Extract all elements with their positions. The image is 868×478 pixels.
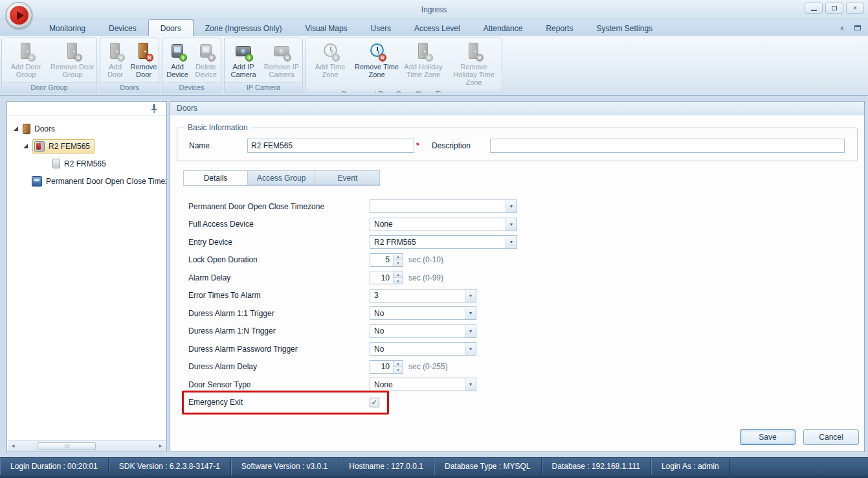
add-ip-camera-button[interactable]: + Add IP Camera	[225, 40, 262, 81]
expander-icon[interactable]	[14, 126, 18, 131]
expander-icon[interactable]	[23, 144, 28, 148]
spinner-down-icon[interactable]: ▼	[394, 367, 403, 373]
door-add-icon: +	[104, 41, 127, 62]
permanent-timezone-select[interactable]: ▼	[370, 199, 517, 213]
duress-1n-select[interactable]: No ▼	[370, 324, 476, 338]
save-button[interactable]: Save	[740, 429, 796, 445]
select-value: 3	[374, 291, 379, 300]
remove-time-zone-button[interactable]: × Remove Time Zone	[353, 40, 400, 81]
tab-monitoring[interactable]: Monitoring	[38, 21, 97, 36]
field-lock-open-duration: Lock Open Duration 5 ▲▼ sec (0-10)	[188, 251, 864, 269]
chevron-down-icon: ▼	[506, 236, 517, 248]
group-label-door-group: Door Group	[2, 82, 96, 93]
door-sensor-type-select[interactable]: None ▼	[370, 378, 476, 391]
mini-window-glyph	[854, 25, 861, 30]
tab-access-group[interactable]: Access Group	[248, 170, 315, 185]
spinner-up-icon[interactable]: ▲	[394, 361, 403, 367]
status-software-version: Software Version : v3.0.1	[231, 458, 339, 475]
scrollbar-thumb[interactable]	[38, 442, 96, 450]
full-access-device-select[interactable]: None ▼	[370, 218, 517, 231]
device-add-icon: +	[166, 41, 189, 62]
tree-node-r2-fem565[interactable]: R2 FEM565	[14, 137, 166, 155]
app-logo[interactable]	[6, 2, 32, 28]
lock-open-duration-stepper[interactable]: 5 ▲▼	[370, 253, 403, 267]
doors-tree: Doors R2 FEM565 R2 FRM565 Permanent Door…	[7, 116, 166, 190]
field-duress-alarm-1n-trigger: Duress Alarm 1:N Trigger No ▼	[188, 323, 864, 341]
collapse-ribbon-icon[interactable]: ∧	[837, 23, 847, 33]
chevron-down-icon: ▼	[465, 343, 476, 355]
tab-details[interactable]: Details	[183, 170, 248, 185]
field-duress-password-trigger: Duress Alarm Password Trigger No ▼	[188, 340, 864, 358]
group-label-doors: Doors	[100, 82, 159, 93]
tab-devices[interactable]: Devices	[97, 21, 148, 36]
status-hostname: Hostname : 127.0.0.1	[339, 458, 434, 475]
tree-horizontal-scrollbar[interactable]: ◄ ►	[8, 440, 166, 451]
tab-access-level[interactable]: Access Level	[403, 21, 472, 36]
spinner-down-icon[interactable]: ▼	[394, 278, 403, 284]
close-button[interactable]: ×	[846, 3, 864, 14]
field-door-sensor-type: Door Sensor Type None ▼	[188, 376, 864, 394]
field-label: Door Sensor Type	[188, 380, 370, 389]
field-label: Duress Alarm Delay	[188, 362, 370, 371]
door-remove-icon: ×	[132, 41, 155, 62]
title-bar: Ingress ×	[0, 0, 868, 19]
cancel-button[interactable]: Cancel	[803, 429, 859, 445]
field-label: Permanent Door Open Close Timezone	[188, 202, 370, 211]
scroll-left-icon[interactable]: ◄	[8, 442, 18, 451]
timezone-add-icon: +	[318, 41, 342, 62]
add-door-button: + Add Door	[101, 40, 129, 81]
tree-node-doors[interactable]: Doors	[14, 120, 166, 137]
tab-visual-maps[interactable]: Visual Maps	[293, 21, 359, 36]
add-device-button[interactable]: + Add Device	[163, 40, 192, 81]
emergency-exit-checkbox[interactable]: ✓	[370, 398, 379, 407]
entry-device-select[interactable]: R2 FRM565 ▼	[370, 235, 517, 249]
status-database-type: Database Type : MYSQL	[434, 458, 542, 475]
spinner-value: 5	[385, 255, 390, 264]
tree-node-r2-frm565[interactable]: R2 FRM565	[14, 155, 166, 172]
tab-reports[interactable]: Reports	[534, 21, 584, 36]
alarm-delay-stepper[interactable]: 10 ▲▼	[370, 271, 403, 284]
add-device-label: Add Device	[164, 63, 190, 78]
field-label: Lock Open Duration	[188, 255, 370, 264]
add-door-group-button: + Add Door Group	[3, 40, 49, 81]
minimize-button[interactable]	[805, 3, 823, 14]
status-login-duration: Login Duration : 00:20:01	[0, 458, 109, 475]
tab-zone[interactable]: Zone (Ingressus Only)	[194, 21, 294, 36]
tree-label: Permanent Door Open Close Timezo	[46, 177, 166, 186]
window-layout-icon[interactable]	[852, 23, 863, 33]
error-times-select[interactable]: 3 ▼	[370, 289, 476, 302]
delete-device-label: Delete Device	[193, 63, 219, 78]
camera-remove-icon: ×	[270, 41, 293, 62]
spinner-down-icon[interactable]: ▼	[394, 260, 403, 266]
tab-doors[interactable]: Doors	[148, 19, 194, 36]
tree-label: R2 FRM565	[64, 159, 106, 168]
tree-label: Doors	[34, 124, 55, 133]
duress-11-select[interactable]: No ▼	[370, 306, 476, 320]
duress-password-select[interactable]: No ▼	[370, 342, 476, 356]
tab-attendance[interactable]: Attendance	[472, 21, 535, 36]
remove-door-button[interactable]: × Remove Door	[129, 40, 158, 81]
add-ip-camera-label: Add IP Camera	[227, 63, 260, 78]
camera-add-icon: +	[232, 41, 255, 62]
duress-alarm-delay-stepper[interactable]: 10 ▲▼	[370, 360, 403, 374]
name-field[interactable]	[247, 139, 414, 153]
pin-icon[interactable]	[150, 104, 159, 114]
field-suffix: sec (0-99)	[408, 273, 443, 282]
field-permanent-timezone: Permanent Door Open Close Timezone ▼	[188, 198, 864, 216]
tree-panel-header	[7, 102, 166, 116]
status-login-as: Login As : admin	[651, 458, 730, 475]
description-field[interactable]	[490, 139, 845, 153]
maximize-button[interactable]	[825, 3, 843, 14]
tab-event[interactable]: Event	[315, 170, 380, 185]
spinner-up-icon[interactable]: ▲	[394, 254, 403, 260]
field-label: Entry Device	[188, 238, 370, 247]
tab-users[interactable]: Users	[359, 21, 403, 36]
field-label: Emergency Exit	[188, 398, 370, 407]
scroll-right-icon[interactable]: ►	[155, 442, 166, 451]
tab-system-settings[interactable]: System Settings	[584, 21, 664, 36]
play-icon	[17, 11, 24, 20]
tree-node-permanent-timezone[interactable]: Permanent Door Open Close Timezo	[14, 172, 166, 190]
minimize-icon	[811, 10, 817, 11]
spinner-up-icon[interactable]: ▲	[394, 271, 403, 278]
select-value: None	[374, 380, 393, 389]
